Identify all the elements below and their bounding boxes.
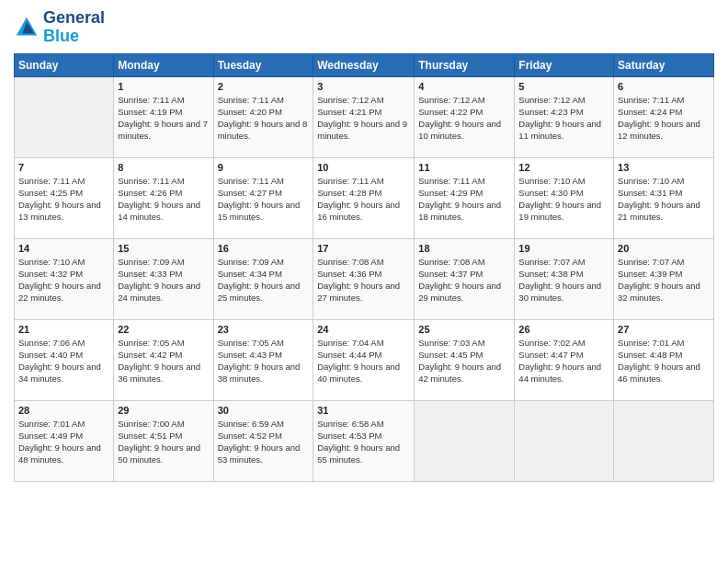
day-cell: 31Sunrise: 6:58 AMSunset: 4:53 PMDayligh… [313,400,415,481]
day-cell: 21Sunrise: 7:06 AMSunset: 4:40 PMDayligh… [15,319,114,400]
day-number: 31 [317,405,410,416]
week-row-4: 21Sunrise: 7:06 AMSunset: 4:40 PMDayligh… [15,319,714,400]
week-row-2: 7Sunrise: 7:11 AMSunset: 4:25 PMDaylight… [15,157,714,238]
day-number: 10 [317,162,410,173]
day-number: 6 [618,81,710,92]
weekday-monday: Monday [114,53,213,76]
day-number: 27 [618,324,710,335]
day-cell: 14Sunrise: 7:10 AMSunset: 4:32 PMDayligh… [15,238,114,319]
day-info: Sunrise: 7:01 AMSunset: 4:49 PMDaylight:… [18,418,109,466]
day-number: 29 [118,405,209,416]
day-info: Sunrise: 7:11 AMSunset: 4:29 PMDaylight:… [418,175,510,224]
day-cell: 7Sunrise: 7:11 AMSunset: 4:25 PMDaylight… [15,157,114,238]
day-number: 2 [218,81,310,92]
day-cell: 25Sunrise: 7:03 AMSunset: 4:45 PMDayligh… [415,319,515,400]
day-number: 15 [118,243,209,254]
day-cell: 8Sunrise: 7:11 AMSunset: 4:26 PMDaylight… [114,157,213,238]
logo-blue: Blue [43,28,105,46]
day-number: 17 [317,243,410,254]
logo-general: General [43,9,105,28]
day-info: Sunrise: 7:12 AMSunset: 4:21 PMDaylight:… [317,94,410,143]
weekday-thursday: Thursday [415,53,515,76]
day-number: 3 [317,81,410,92]
day-cell [614,400,714,481]
day-cell: 4Sunrise: 7:12 AMSunset: 4:22 PMDaylight… [415,76,515,157]
weekday-saturday: Saturday [614,53,714,76]
day-number: 28 [18,405,109,416]
day-info: Sunrise: 7:05 AMSunset: 4:43 PMDaylight:… [218,337,310,385]
day-number: 19 [518,243,609,254]
day-info: Sunrise: 7:08 AMSunset: 4:37 PMDaylight:… [418,256,510,304]
day-cell: 6Sunrise: 7:11 AMSunset: 4:24 PMDaylight… [614,76,714,157]
day-number: 14 [18,243,109,254]
day-cell: 17Sunrise: 7:08 AMSunset: 4:36 PMDayligh… [313,238,415,319]
weekday-friday: Friday [515,53,614,76]
weekday-wednesday: Wednesday [313,53,415,76]
day-number: 12 [518,162,609,173]
week-row-1: 1Sunrise: 7:11 AMSunset: 4:19 PMDaylight… [15,76,714,157]
day-number: 7 [18,162,109,173]
day-info: Sunrise: 7:11 AMSunset: 4:20 PMDaylight:… [218,94,310,143]
day-info: Sunrise: 7:10 AMSunset: 4:30 PMDaylight:… [518,175,609,224]
day-cell: 18Sunrise: 7:08 AMSunset: 4:37 PMDayligh… [415,238,515,319]
day-cell: 1Sunrise: 7:11 AMSunset: 4:19 PMDaylight… [114,76,213,157]
day-cell: 16Sunrise: 7:09 AMSunset: 4:34 PMDayligh… [213,238,313,319]
page: General Blue SundayMondayTuesdayWednesda… [0,0,728,563]
day-info: Sunrise: 7:11 AMSunset: 4:28 PMDaylight:… [317,175,410,224]
day-cell: 19Sunrise: 7:07 AMSunset: 4:38 PMDayligh… [515,238,614,319]
day-cell: 29Sunrise: 7:00 AMSunset: 4:51 PMDayligh… [114,400,213,481]
day-info: Sunrise: 6:59 AMSunset: 4:52 PMDaylight:… [218,418,310,466]
day-number: 26 [518,324,609,335]
day-cell: 12Sunrise: 7:10 AMSunset: 4:30 PMDayligh… [515,157,614,238]
day-cell: 2Sunrise: 7:11 AMSunset: 4:20 PMDaylight… [213,76,313,157]
day-cell: 22Sunrise: 7:05 AMSunset: 4:42 PMDayligh… [114,319,213,400]
weekday-sunday: Sunday [15,53,114,76]
day-number: 25 [418,324,510,335]
day-cell: 20Sunrise: 7:07 AMSunset: 4:39 PMDayligh… [614,238,714,319]
day-number: 22 [118,324,209,335]
day-cell: 15Sunrise: 7:09 AMSunset: 4:33 PMDayligh… [114,238,213,319]
day-number: 11 [418,162,510,173]
day-number: 30 [218,405,310,416]
day-cell: 28Sunrise: 7:01 AMSunset: 4:49 PMDayligh… [15,400,114,481]
calendar: SundayMondayTuesdayWednesdayThursdayFrid… [14,53,714,482]
day-cell [15,76,114,157]
day-number: 18 [418,243,510,254]
weekday-header-row: SundayMondayTuesdayWednesdayThursdayFrid… [15,53,714,76]
day-number: 8 [118,162,209,173]
day-number: 16 [218,243,310,254]
day-cell: 9Sunrise: 7:11 AMSunset: 4:27 PMDaylight… [213,157,313,238]
week-row-3: 14Sunrise: 7:10 AMSunset: 4:32 PMDayligh… [15,238,714,319]
day-info: Sunrise: 7:00 AMSunset: 4:51 PMDaylight:… [118,418,209,466]
day-info: Sunrise: 7:12 AMSunset: 4:23 PMDaylight:… [518,94,609,143]
day-number: 23 [218,324,310,335]
day-info: Sunrise: 7:11 AMSunset: 4:24 PMDaylight:… [618,94,710,143]
day-info: Sunrise: 7:10 AMSunset: 4:32 PMDaylight:… [18,256,109,304]
day-info: Sunrise: 7:07 AMSunset: 4:39 PMDaylight:… [618,256,710,304]
day-info: Sunrise: 7:05 AMSunset: 4:42 PMDaylight:… [118,337,209,385]
day-cell: 23Sunrise: 7:05 AMSunset: 4:43 PMDayligh… [213,319,313,400]
day-cell: 11Sunrise: 7:11 AMSunset: 4:29 PMDayligh… [415,157,515,238]
day-cell: 24Sunrise: 7:04 AMSunset: 4:44 PMDayligh… [313,319,415,400]
day-info: Sunrise: 7:09 AMSunset: 4:33 PMDaylight:… [118,256,209,304]
day-number: 1 [118,81,209,92]
day-info: Sunrise: 7:03 AMSunset: 4:45 PMDaylight:… [418,337,510,385]
day-cell [515,400,614,481]
day-info: Sunrise: 7:12 AMSunset: 4:22 PMDaylight:… [418,94,510,143]
day-cell: 10Sunrise: 7:11 AMSunset: 4:28 PMDayligh… [313,157,415,238]
day-number: 9 [218,162,310,173]
day-info: Sunrise: 7:11 AMSunset: 4:25 PMDaylight:… [18,175,109,224]
day-info: Sunrise: 7:02 AMSunset: 4:47 PMDaylight:… [518,337,609,385]
day-info: Sunrise: 7:06 AMSunset: 4:40 PMDaylight:… [18,337,109,385]
day-number: 4 [418,81,510,92]
weekday-tuesday: Tuesday [213,53,313,76]
day-cell: 27Sunrise: 7:01 AMSunset: 4:48 PMDayligh… [614,319,714,400]
day-info: Sunrise: 7:11 AMSunset: 4:26 PMDaylight:… [118,175,209,224]
day-info: Sunrise: 7:09 AMSunset: 4:34 PMDaylight:… [218,256,310,304]
day-number: 5 [518,81,609,92]
day-info: Sunrise: 7:08 AMSunset: 4:36 PMDaylight:… [317,256,410,304]
day-cell [415,400,515,481]
day-cell: 13Sunrise: 7:10 AMSunset: 4:31 PMDayligh… [614,157,714,238]
day-cell: 5Sunrise: 7:12 AMSunset: 4:23 PMDaylight… [515,76,614,157]
day-info: Sunrise: 7:01 AMSunset: 4:48 PMDaylight:… [618,337,710,385]
